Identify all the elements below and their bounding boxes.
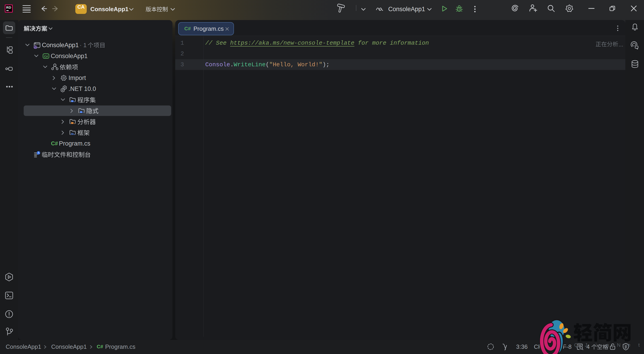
svg-text:C#: C# [44, 55, 48, 58]
